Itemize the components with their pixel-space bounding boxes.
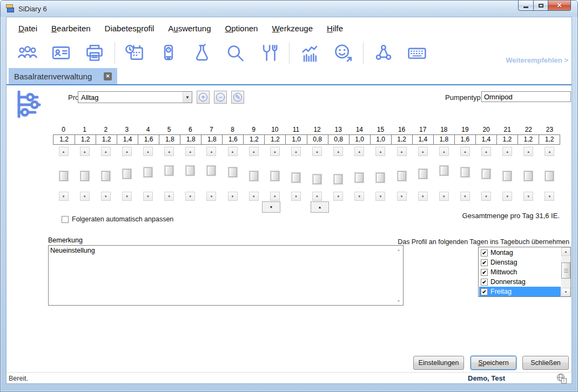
rate-slider[interactable] (53, 156, 74, 191)
rate-slider-thumb[interactable] (524, 171, 533, 181)
rate-slider[interactable] (328, 156, 349, 191)
day-list-item[interactable]: ✔Freitag (479, 287, 561, 296)
rate-up-button[interactable]: ▲ (545, 147, 554, 156)
rate-up-button[interactable]: ▲ (460, 147, 470, 156)
rate-up-button[interactable]: ▲ (164, 147, 174, 156)
rate-slider-thumb[interactable] (376, 173, 385, 183)
printer-icon[interactable] (84, 43, 105, 63)
rate-slider[interactable] (116, 156, 137, 191)
rate-slider[interactable] (391, 156, 412, 191)
global-up-button[interactable]: ▲ (311, 201, 329, 213)
day-checkbox[interactable]: ✔ (481, 259, 488, 266)
profile-select[interactable]: Alltag ▼ (78, 91, 192, 103)
rate-slider[interactable] (433, 156, 454, 191)
day-checkbox[interactable]: ✔ (481, 249, 488, 256)
rate-slider-thumb[interactable] (250, 171, 258, 181)
rate-slider[interactable] (243, 156, 264, 191)
keyboard-icon[interactable] (406, 43, 428, 63)
rate-down-button[interactable]: ▼ (59, 192, 69, 201)
rate-slider-thumb[interactable] (545, 171, 554, 181)
rate-up-button[interactable]: ▲ (59, 147, 69, 156)
rate-down-button[interactable]: ▼ (164, 192, 174, 201)
maximize-button[interactable] (534, 1, 548, 11)
global-down-button[interactable]: ▼ (262, 201, 280, 213)
edit-profile-button[interactable]: ✎ (231, 91, 244, 104)
rate-up-button[interactable]: ▲ (375, 147, 385, 156)
rate-slider[interactable] (285, 156, 306, 191)
menu-item-auswertung[interactable]: Auswertung (168, 24, 211, 33)
rate-down-button[interactable]: ▼ (354, 192, 364, 201)
search-icon[interactable] (225, 43, 246, 63)
rate-slider-thumb[interactable] (334, 174, 342, 184)
close-button[interactable]: ✕ (548, 1, 571, 11)
menu-item-datei[interactable]: Datei (18, 24, 37, 33)
users-icon[interactable] (17, 43, 38, 63)
rate-down-button[interactable]: ▼ (397, 192, 407, 201)
rate-slider-thumb[interactable] (461, 167, 469, 177)
rate-up-button[interactable]: ▲ (312, 147, 322, 156)
remove-profile-button[interactable]: − (214, 91, 227, 104)
rate-slider[interactable] (264, 156, 285, 191)
rate-slider-thumb[interactable] (102, 171, 110, 181)
rate-slider-thumb[interactable] (144, 167, 152, 177)
rate-up-button[interactable]: ▲ (249, 147, 259, 156)
rate-up-button[interactable]: ▲ (333, 147, 343, 156)
glucose-meter-icon[interactable] (158, 43, 179, 63)
day-checkbox[interactable]: ✔ (481, 269, 488, 276)
menu-item-optionen[interactable]: Optionen (225, 24, 258, 33)
rate-up-button[interactable]: ▲ (397, 147, 407, 156)
rate-slider-thumb[interactable] (80, 171, 89, 181)
rate-down-button[interactable]: ▼ (502, 192, 512, 201)
follow-rates-checkbox[interactable] (62, 216, 69, 223)
rate-up-button[interactable]: ▲ (206, 147, 216, 156)
rate-down-button[interactable]: ▼ (545, 192, 554, 201)
scrollbar-down-icon[interactable]: ▼ (561, 288, 570, 296)
menu-item-bearbeiten[interactable]: Bearbeiten (51, 24, 91, 33)
rate-down-button[interactable]: ▼ (375, 192, 385, 201)
rate-slider[interactable] (476, 156, 497, 191)
rate-up-button[interactable]: ▲ (101, 147, 111, 156)
pump-type-input[interactable] (481, 91, 571, 102)
rate-down-button[interactable]: ▼ (291, 192, 301, 201)
lab-flask-icon[interactable] (191, 43, 213, 63)
rate-down-button[interactable]: ▼ (460, 192, 470, 201)
recommend-link[interactable]: Weiterempfehlen > (506, 56, 568, 64)
wellbeing-icon[interactable] (332, 43, 354, 63)
rate-slider[interactable] (370, 156, 391, 191)
rate-down-button[interactable]: ▼ (418, 192, 428, 201)
rate-slider-thumb[interactable] (355, 173, 364, 183)
rate-down-button[interactable]: ▼ (312, 192, 322, 201)
rate-slider[interactable] (412, 156, 433, 191)
rate-up-button[interactable]: ▲ (143, 147, 153, 156)
rate-slider[interactable] (454, 156, 475, 191)
day-list-item[interactable]: ✔Donnerstag (479, 277, 561, 287)
rate-slider[interactable] (307, 156, 328, 191)
rate-up-button[interactable]: ▲ (439, 147, 449, 156)
schedule-icon[interactable] (124, 43, 146, 63)
scroll-up-icon[interactable]: ▲ (394, 246, 403, 254)
rate-slider[interactable] (518, 156, 539, 191)
day-checkbox[interactable]: ✔ (481, 279, 488, 286)
rate-up-button[interactable]: ▲ (270, 147, 280, 156)
rate-up-button[interactable]: ▲ (122, 147, 132, 156)
rate-up-button[interactable]: ▲ (354, 147, 364, 156)
rate-up-button[interactable]: ▲ (291, 147, 301, 156)
rate-slider[interactable] (497, 156, 518, 191)
rate-down-button[interactable]: ▼ (439, 192, 449, 201)
minimize-button[interactable] (518, 1, 534, 11)
contact-card-icon[interactable] (50, 43, 72, 63)
days-scrollbar[interactable]: ▲ ▼ (561, 247, 570, 296)
rate-slider-thumb[interactable] (398, 171, 406, 181)
rate-down-button[interactable]: ▼ (122, 192, 132, 201)
rate-slider-thumb[interactable] (165, 166, 173, 175)
rate-slider-thumb[interactable] (186, 166, 194, 175)
rate-up-button[interactable]: ▲ (523, 147, 533, 156)
rate-down-button[interactable]: ▼ (270, 192, 280, 201)
menu-item-hilfe[interactable]: Hilfe (327, 24, 343, 33)
rate-down-button[interactable]: ▼ (185, 192, 195, 201)
share-icon[interactable] (373, 43, 394, 63)
rate-down-button[interactable]: ▼ (80, 192, 90, 201)
rate-up-button[interactable]: ▲ (481, 147, 491, 156)
day-list-item[interactable]: ✔Dienstag (479, 258, 561, 267)
remark-textarea[interactable]: Neueinstellung ▲ ▼ (48, 245, 404, 306)
